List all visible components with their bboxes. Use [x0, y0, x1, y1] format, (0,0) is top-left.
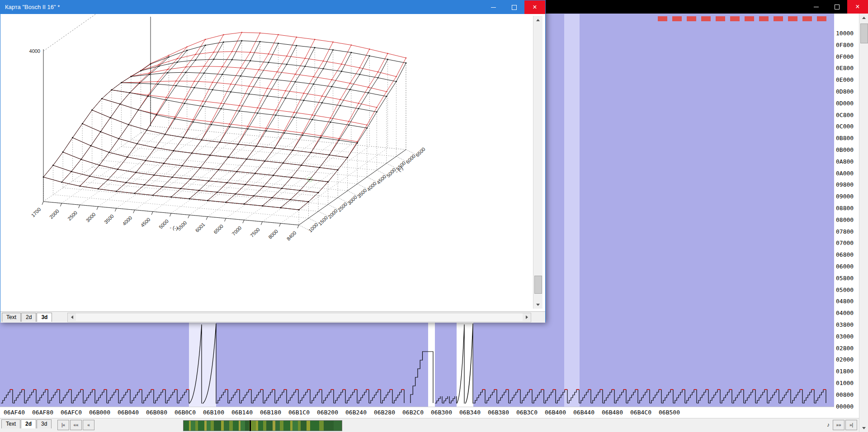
nav-button-left-2[interactable]: «	[83, 420, 94, 430]
minimap-segment	[263, 421, 266, 431]
scrollbar-thumb[interactable]	[534, 276, 542, 294]
map-bottom-bar: Text2d3d	[0, 311, 545, 323]
minimap-segment	[301, 421, 307, 431]
minimap-segment	[324, 421, 334, 431]
x-axis-label: 06B180	[260, 409, 281, 416]
tab-text[interactable]: Text	[1, 419, 20, 428]
x-axis-label: 06B240	[345, 409, 367, 416]
scrollbar-thumb[interactable]	[860, 23, 868, 43]
scroll-down-button[interactable]	[533, 301, 542, 309]
tab-3d[interactable]: 3d	[37, 313, 52, 322]
scroll-down-button[interactable]	[859, 424, 868, 432]
firmware-minimap[interactable]	[183, 420, 342, 431]
tab-3d[interactable]: 3d	[37, 419, 52, 428]
y-axis-label: 04000	[836, 310, 854, 316]
minimap-segment	[245, 421, 249, 431]
svg-text:1500: 1500	[317, 215, 329, 226]
scroll-up-icon	[536, 19, 540, 21]
scroll-left-button[interactable]	[68, 313, 76, 321]
note-icon[interactable]: ♪	[825, 420, 832, 429]
minimap-cursor[interactable]	[250, 420, 251, 431]
scroll-left-icon	[71, 315, 73, 319]
y-axis-label: 0A000	[836, 170, 854, 177]
tab-2d[interactable]: 2d	[21, 419, 36, 428]
minimap-segment	[319, 421, 324, 431]
maximize-button[interactable]	[504, 0, 524, 14]
x-axis-label: 06B380	[488, 409, 509, 416]
svg-text:3500: 3500	[356, 188, 368, 199]
minimap-segment	[334, 421, 342, 431]
svg-text:2000: 2000	[48, 208, 60, 220]
minimize-button[interactable]	[806, 0, 826, 14]
nav-buttons-left: |««««	[57, 420, 94, 430]
minimap-segment	[307, 421, 310, 431]
map-horizontal-scrollbar[interactable]	[67, 313, 531, 322]
y-axis-label: 0D800	[836, 88, 854, 95]
svg-text:4500: 4500	[376, 174, 387, 185]
minimap-segment	[207, 421, 211, 431]
svg-text:8400: 8400	[286, 230, 297, 242]
minimap-segment	[229, 421, 233, 431]
svg-text:4500: 4500	[140, 216, 151, 228]
scroll-right-button[interactable]	[523, 313, 531, 321]
x-axis-label: 06B500	[659, 409, 680, 416]
nav-button-left-1[interactable]: ««	[70, 420, 82, 430]
close-button[interactable]: ×	[524, 0, 545, 14]
map-3d-plot[interactable]: 1700200025003000350040004500500055006001…	[0, 14, 531, 310]
y-axis-label: 06000	[836, 263, 854, 270]
scroll-up-button[interactable]	[533, 16, 542, 24]
window-title: Карта "Bosch II 16" *	[0, 0, 60, 14]
scroll-up-button[interactable]	[859, 14, 868, 22]
map-window-titlebar[interactable]: Карта "Bosch II 16" * ×	[0, 0, 545, 14]
y-axis-label: 03000	[836, 333, 854, 340]
svg-text:5000: 5000	[158, 218, 170, 230]
svg-text:1700: 1700	[30, 207, 42, 218]
y-axis-label: 08000	[836, 216, 854, 223]
firmware-vertical-scrollbar[interactable]	[859, 14, 868, 432]
y-axis-label: 00000	[836, 403, 854, 410]
y-axis-label: 0C000	[836, 123, 854, 130]
nav-button-left-0[interactable]: |«	[57, 420, 69, 430]
scroll-down-icon	[536, 304, 540, 306]
minimap-segment	[191, 421, 195, 431]
tab-2d[interactable]: 2d	[21, 313, 36, 322]
minimize-icon	[814, 7, 819, 7]
x-axis-label: 06B000	[89, 409, 110, 416]
minimap-segment	[258, 421, 263, 431]
y-axis-label: 0B800	[836, 135, 854, 141]
x-axis-label: 06B280	[374, 409, 395, 416]
x-axis-label: 06B340	[459, 409, 481, 416]
x-axis-label: 06B040	[118, 409, 139, 416]
scroll-right-icon	[526, 315, 528, 319]
tab-text[interactable]: Text	[2, 313, 21, 322]
svg-text:6500: 6500	[415, 146, 426, 158]
minimap-segment	[184, 421, 189, 431]
nav-button-right-1[interactable]: »|	[845, 420, 857, 430]
minimap-segment	[211, 421, 214, 431]
y-axis-label: 02000	[836, 356, 854, 363]
y-axis-label: 02800	[836, 345, 854, 352]
minimap-segment	[275, 421, 280, 431]
y-axis-label: 07800	[836, 228, 854, 235]
minimize-button[interactable]	[483, 0, 504, 14]
close-icon: ×	[855, 3, 859, 10]
svg-text:7000: 7000	[231, 225, 243, 237]
map-vertical-scrollbar[interactable]	[533, 16, 542, 309]
maximize-button[interactable]	[826, 0, 847, 14]
svg-text:3500: 3500	[103, 213, 115, 225]
maximize-icon	[512, 5, 517, 10]
close-button[interactable]: ×	[847, 0, 868, 14]
x-axis-label: 06B1C0	[288, 409, 310, 416]
minimap-segment	[280, 421, 283, 431]
minimap-segment	[214, 421, 221, 431]
minimap-segment	[283, 421, 290, 431]
y-axis-label: 08800	[836, 205, 854, 211]
x-axis-label: 06B080	[146, 409, 167, 416]
nav-button-right-0[interactable]: »»	[833, 420, 844, 430]
minimap-segment	[310, 421, 319, 431]
y-axis-label: 0F000	[836, 53, 854, 60]
minimap-segment	[266, 421, 273, 431]
map-view-tabs: Text2d3d	[2, 313, 52, 322]
x-axis-label: 06B140	[231, 409, 253, 416]
map-window: Карта "Bosch II 16" * × 1700200025003000…	[0, 0, 546, 322]
